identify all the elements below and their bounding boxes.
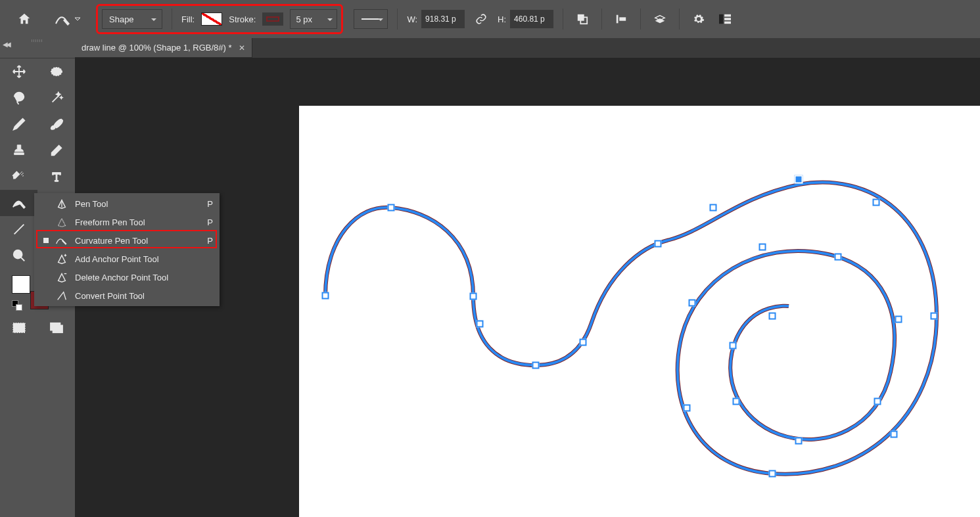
anchor-point[interactable] — [891, 431, 898, 438]
flyout-item-label: Delete Anchor Point Tool — [75, 273, 206, 282]
anchor-point-selected[interactable] — [795, 175, 803, 184]
path-align-button[interactable] — [611, 9, 631, 29]
selected-indicator — [43, 238, 49, 243]
anchor-point[interactable] — [710, 204, 717, 212]
anchor-point[interactable] — [874, 398, 881, 405]
anchor-point[interactable] — [684, 405, 691, 412]
anchor-point[interactable] — [769, 470, 776, 478]
type-tool[interactable] — [37, 164, 75, 190]
current-tool-indicator[interactable] — [54, 12, 82, 26]
width-field-group: W: — [407, 10, 465, 28]
flyout-item-label: Convert Point Tool — [75, 291, 206, 301]
fill-label: Fill: — [181, 14, 195, 24]
zoom-tool[interactable] — [0, 242, 37, 269]
home-button[interactable] — [14, 9, 34, 29]
flyout-item-curvature-pen[interactable]: Curvature Pen Tool P — [34, 231, 220, 250]
anchor-point[interactable] — [388, 204, 395, 212]
anchor-point[interactable] — [655, 240, 662, 248]
foreground-swatch[interactable] — [12, 275, 30, 294]
path-arrange-button[interactable] — [650, 9, 670, 29]
document-tab[interactable]: draw line @ 100% (Shape 1, RGB/8#) * ✕ — [75, 38, 252, 58]
height-input[interactable] — [510, 10, 553, 28]
panel-grip[interactable] — [0, 38, 75, 45]
anchor-point[interactable] — [895, 316, 902, 323]
collapse-panel-icon[interactable]: ◀◀ — [3, 41, 9, 48]
height-field-group: H: — [498, 10, 553, 28]
anchor-point[interactable] — [322, 292, 329, 300]
anchor-point[interactable] — [873, 199, 880, 206]
curvature-pen-icon — [55, 234, 68, 247]
link-icon — [475, 13, 487, 25]
anchor-point[interactable] — [580, 339, 587, 346]
anchor-point[interactable] — [689, 300, 696, 307]
path-operations-button[interactable] — [572, 9, 592, 29]
stroke-width-dropdown[interactable]: 5 px — [290, 9, 337, 29]
healing-tool[interactable] — [0, 164, 37, 190]
close-icon[interactable]: ✕ — [239, 43, 245, 53]
chevron-down-icon — [326, 16, 334, 24]
screenmode-tool[interactable] — [37, 315, 75, 341]
anchor-point[interactable] — [477, 321, 484, 328]
freeform-pen-icon — [55, 215, 68, 229]
highlighted-options-group: Shape Fill: Stroke: 5 px — [96, 4, 343, 34]
magic-wand-tool[interactable] — [37, 85, 75, 111]
link-dimensions-button[interactable] — [471, 9, 491, 29]
flyout-item-shortcut: P — [207, 236, 213, 246]
extra-options-button[interactable] — [715, 9, 735, 29]
stamp-tool[interactable] — [0, 137, 37, 164]
drawn-path[interactable] — [299, 106, 980, 517]
flyout-item-pen[interactable]: Pen Tool P — [34, 194, 220, 213]
tool-mode-dropdown[interactable]: Shape — [102, 9, 162, 29]
svg-rect-3 — [619, 17, 626, 20]
anchor-point[interactable] — [470, 293, 477, 300]
flyout-item-label: Curvature Pen Tool — [75, 236, 200, 246]
move-tool[interactable] — [0, 58, 37, 85]
line-tool[interactable] — [0, 216, 37, 242]
document-tabs: draw line @ 100% (Shape 1, RGB/8#) * ✕ — [75, 38, 980, 58]
pen-icon — [55, 197, 68, 210]
marquee-tool[interactable] — [37, 58, 75, 85]
chevron-down-icon — [377, 16, 385, 24]
flyout-item-delete-anchor[interactable]: Delete Anchor Point Tool — [34, 268, 220, 286]
flyout-item-convert-point[interactable]: Convert Point Tool — [34, 286, 220, 305]
anchor-point[interactable] — [931, 313, 938, 320]
flyout-item-shortcut: P — [207, 217, 213, 227]
panel-icon — [718, 13, 732, 25]
quickmask-tool[interactable] — [0, 315, 37, 341]
stroke-swatch[interactable] — [262, 12, 283, 26]
svg-point-9 — [13, 250, 22, 259]
brush-tool[interactable] — [37, 111, 75, 137]
anchor-point[interactable] — [795, 438, 803, 445]
flyout-item-label: Add Anchor Point Tool — [75, 254, 206, 264]
fill-swatch[interactable] — [201, 12, 222, 26]
flyout-item-add-anchor[interactable]: Add Anchor Point Tool — [34, 250, 220, 268]
anchor-point[interactable] — [759, 244, 766, 251]
svg-point-8 — [51, 68, 62, 76]
height-label: H: — [498, 14, 506, 24]
align-icon — [615, 13, 627, 25]
svg-rect-7 — [724, 22, 731, 24]
flyout-item-shortcut: P — [207, 199, 213, 209]
anchor-point[interactable] — [730, 342, 737, 349]
anchor-point[interactable] — [835, 254, 842, 261]
lasso-tool[interactable] — [0, 85, 37, 111]
svg-point-11 — [16, 325, 21, 330]
convert-point-icon — [55, 289, 68, 302]
eyedropper-tool[interactable] — [0, 111, 37, 137]
add-anchor-icon — [55, 252, 68, 265]
width-label: W: — [407, 14, 417, 24]
anchor-point[interactable] — [532, 362, 540, 369]
anchor-point[interactable] — [733, 398, 740, 405]
stroke-style-dropdown[interactable] — [354, 9, 388, 29]
anchor-point[interactable] — [769, 313, 776, 320]
options-bar: Shape Fill: Stroke: 5 px W: H: — [0, 0, 980, 38]
width-input[interactable] — [421, 10, 465, 28]
delete-anchor-icon — [55, 271, 68, 284]
eraser-tool[interactable] — [37, 137, 75, 164]
settings-gear-button[interactable] — [689, 9, 709, 29]
stroke-width-value: 5 px — [296, 14, 312, 24]
flyout-item-freeform-pen[interactable]: Freeform Pen Tool P — [34, 213, 220, 231]
pen-tool[interactable] — [0, 190, 37, 216]
stroke-label: Stroke: — [229, 14, 256, 24]
canvas[interactable] — [299, 106, 980, 517]
